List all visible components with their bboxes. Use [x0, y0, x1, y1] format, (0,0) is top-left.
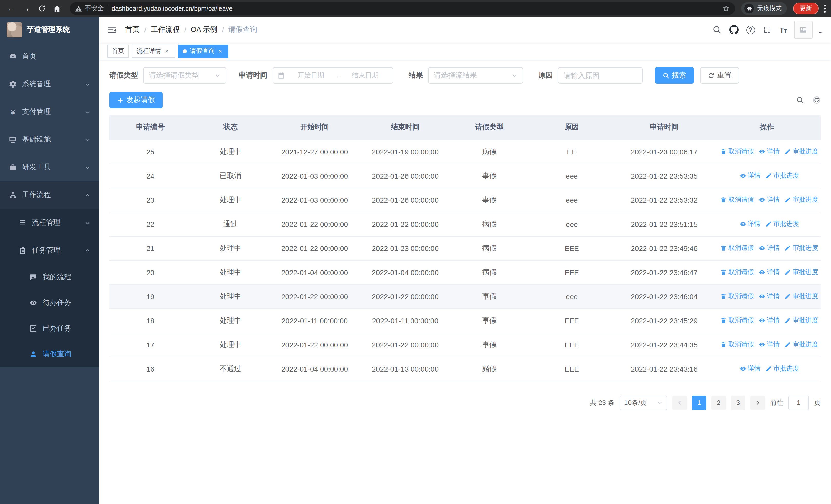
help-icon[interactable]: ? [746, 25, 755, 34]
yen-icon: ¥ [9, 108, 17, 116]
back-button[interactable]: ← [4, 2, 18, 15]
close-icon[interactable]: × [163, 48, 170, 55]
refresh-icon[interactable] [812, 96, 821, 104]
tab-leave-query[interactable]: 请假查询 × [178, 45, 228, 58]
detail-link[interactable]: 详情 [758, 195, 780, 204]
cancel-leave-link[interactable]: 取消请假 [720, 292, 754, 300]
breadcrumb-oa-example[interactable]: OA 示例 [191, 25, 218, 34]
tab-home[interactable]: 首页 [107, 45, 129, 58]
reason-input[interactable] [564, 71, 637, 80]
browser-menu-icon[interactable] [824, 4, 826, 12]
cancel-leave-link[interactable]: 取消请假 [720, 268, 754, 276]
tab-process-detail[interactable]: 流程详情 × [132, 45, 175, 58]
sidebar-item-home[interactable]: 首页 [0, 42, 99, 70]
approval-progress-link[interactable]: 审批进度 [765, 171, 799, 180]
approval-progress-link[interactable]: 审批进度 [784, 243, 818, 252]
close-icon[interactable]: × [217, 48, 224, 55]
approval-progress-link[interactable]: 审批进度 [784, 147, 818, 156]
reload-button[interactable] [35, 2, 48, 15]
sidebar-item-task-mgmt[interactable]: 任务管理 [0, 237, 99, 264]
goto-label: 前往 [770, 398, 783, 407]
delete-icon [720, 269, 727, 275]
detail-link[interactable]: 详情 [758, 316, 780, 325]
apply-time-cell: 2022-01-23 00:06:17 [615, 140, 713, 164]
calendar-icon [278, 72, 285, 79]
bookmark-star-icon[interactable] [722, 5, 730, 12]
sidebar-item-devtools[interactable]: 研发工具 [0, 153, 99, 181]
page-size-select[interactable]: 10条/页 [620, 395, 667, 410]
edit-icon [784, 244, 791, 251]
sidebar-item-system[interactable]: 系统管理 [0, 70, 99, 98]
approval-progress-link[interactable]: 审批进度 [765, 219, 799, 228]
search-button[interactable]: 搜索 [655, 67, 694, 84]
detail-link[interactable]: 详情 [739, 219, 761, 228]
detail-link[interactable]: 详情 [758, 268, 780, 276]
forward-button[interactable]: → [20, 2, 33, 15]
security-chip[interactable]: 不安全 [75, 4, 104, 13]
sidebar-item-done-tasks[interactable]: 已办任务 [0, 316, 99, 341]
cancel-leave-link[interactable]: 取消请假 [720, 243, 754, 252]
end-date-field[interactable]: 结束日期 [342, 71, 388, 80]
status-cell: 处理中 [192, 188, 269, 212]
reason-cell: eee [528, 284, 615, 308]
breadcrumb-workflow[interactable]: 工作流程 [151, 25, 180, 34]
cancel-leave-link[interactable]: 取消请假 [720, 316, 754, 325]
detail-link[interactable]: 详情 [739, 364, 761, 373]
delete-icon [720, 317, 727, 324]
leave-type-cell: 病假 [451, 236, 528, 260]
leave-type-select[interactable]: 请选择请假类型 [143, 67, 226, 84]
fullscreen-icon[interactable] [763, 25, 772, 34]
sidebar-item-leave-query[interactable]: 请假查询 [0, 341, 99, 367]
col-application-no: 申请编号 [109, 116, 192, 140]
col-status: 状态 [192, 116, 269, 140]
home-button[interactable] [50, 2, 64, 15]
sidebar-item-payment[interactable]: ¥ 支付管理 [0, 98, 99, 126]
create-leave-button[interactable]: 发起请假 [109, 92, 163, 108]
page-button-1[interactable]: 1 [692, 395, 706, 410]
reset-button[interactable]: 重置 [700, 67, 739, 84]
reason-cell: EEE [528, 333, 615, 357]
page-button-2[interactable]: 2 [711, 395, 726, 410]
approval-progress-link[interactable]: 审批进度 [765, 364, 799, 373]
apply-time-range-picker[interactable]: 开始日期 - 结束日期 [273, 67, 393, 84]
approval-progress-link[interactable]: 审批进度 [784, 268, 818, 276]
github-icon[interactable] [729, 25, 738, 34]
breadcrumb-home[interactable]: 首页 [125, 25, 140, 34]
approval-progress-link[interactable]: 审批进度 [784, 292, 818, 300]
approval-progress-link[interactable]: 审批进度 [784, 195, 818, 204]
sidebar-item-workflow[interactable]: 工作流程 [0, 181, 99, 209]
app-logo[interactable]: 芋道管理系统 [0, 17, 99, 42]
sidebar-item-process-mgmt[interactable]: 流程管理 [0, 209, 99, 237]
avatar[interactable] [794, 21, 812, 39]
next-page-button[interactable] [750, 395, 765, 410]
avatar-caret-icon[interactable] [817, 30, 823, 36]
status-cell: 处理中 [192, 284, 269, 308]
apply-time-cell: 2022-01-22 23:53:32 [615, 188, 713, 212]
sidebar-toggle-icon[interactable] [107, 25, 117, 35]
end-time-cell: 2022-01-19 00:00:00 [360, 140, 451, 164]
detail-link[interactable]: 详情 [758, 292, 780, 300]
cancel-leave-link[interactable]: 取消请假 [720, 340, 754, 349]
update-button[interactable]: 更新 [793, 3, 819, 14]
result-select[interactable]: 请选择流结果 [428, 67, 523, 84]
detail-link[interactable]: 详情 [758, 243, 780, 252]
search-toggle-icon[interactable] [796, 96, 804, 104]
address-bar[interactable]: 不安全 dashboard.yudao.iocoder.cn/bpm/oa/le… [70, 2, 735, 15]
approval-progress-link[interactable]: 审批进度 [784, 340, 818, 349]
prev-page-button[interactable] [672, 395, 687, 410]
approval-progress-link[interactable]: 审批进度 [784, 316, 818, 325]
detail-link[interactable]: 详情 [758, 147, 780, 156]
page-button-3[interactable]: 3 [731, 395, 745, 410]
detail-link[interactable]: 详情 [739, 171, 761, 180]
font-size-icon[interactable]: TT [779, 25, 786, 34]
start-date-field[interactable]: 开始日期 [288, 71, 334, 80]
detail-link[interactable]: 详情 [758, 340, 780, 349]
edit-icon [765, 172, 772, 179]
goto-page-input[interactable] [789, 395, 809, 410]
sidebar-item-infrastructure[interactable]: 基础设施 [0, 126, 99, 153]
cancel-leave-link[interactable]: 取消请假 [720, 195, 754, 204]
sidebar-item-my-process[interactable]: 我的流程 [0, 264, 99, 290]
cancel-leave-link[interactable]: 取消请假 [720, 147, 754, 156]
sidebar-item-todo-tasks[interactable]: 待办任务 [0, 290, 99, 316]
search-icon[interactable] [712, 25, 721, 34]
